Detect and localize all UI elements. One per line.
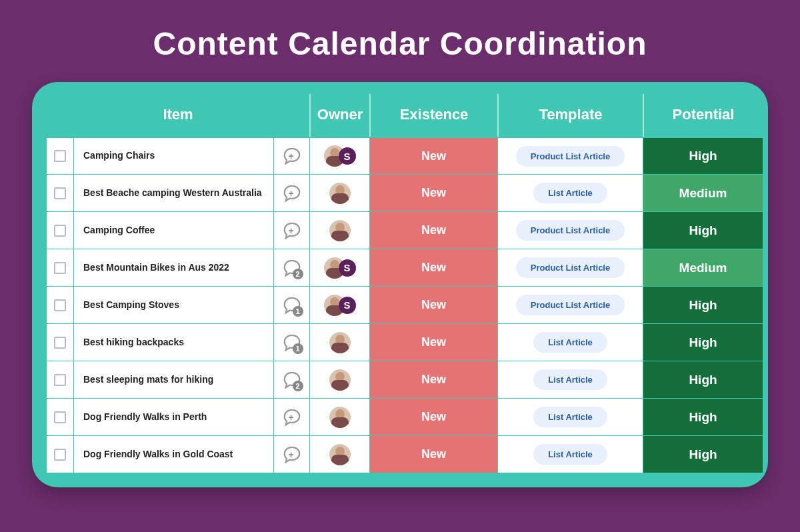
template-pill[interactable]: Product List Article	[516, 220, 625, 241]
item-title[interactable]: Best Beache camping Western Australia	[73, 174, 273, 211]
avatar	[329, 332, 351, 353]
template-pill[interactable]: List Article	[533, 332, 607, 353]
comment-count: 2	[293, 381, 303, 391]
add-comment-icon: +	[289, 412, 294, 423]
row-checkbox[interactable]	[54, 262, 66, 274]
existence-cell[interactable]: New	[369, 211, 497, 249]
column-header-potential: Potential	[643, 94, 763, 137]
comment-icon[interactable]: +	[282, 407, 302, 427]
existence-cell[interactable]: New	[369, 398, 497, 435]
existence-cell[interactable]: New	[369, 323, 497, 361]
comment-icon[interactable]: +	[282, 146, 302, 166]
add-comment-icon: +	[289, 449, 294, 460]
comment-icon[interactable]: 2	[282, 258, 302, 278]
comment-count: 2	[293, 269, 303, 279]
owner-badge: S	[339, 259, 356, 277]
item-title[interactable]: Dog Friendly Walks in Perth	[73, 398, 273, 435]
potential-cell[interactable]: High	[643, 361, 763, 398]
comment-count: 1	[293, 306, 303, 317]
item-title[interactable]: Dog Friendly Walks in Gold Coast	[73, 435, 273, 473]
row-checkbox[interactable]	[54, 225, 66, 237]
page-title: Content Calendar Coordination	[0, 0, 800, 82]
comment-icon[interactable]: 2	[282, 370, 302, 390]
existence-cell[interactable]: New	[369, 435, 497, 473]
template-pill[interactable]: Product List Article	[516, 295, 625, 315]
row-checkbox[interactable]	[54, 150, 66, 162]
template-pill[interactable]: List Article	[533, 369, 607, 390]
template-pill[interactable]: Product List Article	[516, 146, 625, 167]
add-comment-icon: +	[289, 188, 294, 199]
existence-cell[interactable]: New	[369, 174, 497, 211]
template-pill[interactable]: List Article	[533, 444, 607, 465]
item-title[interactable]: Best hiking backpacks	[73, 323, 273, 361]
add-comment-icon: +	[289, 225, 294, 236]
avatar	[329, 444, 351, 465]
owner-cell[interactable]: S	[324, 145, 356, 167]
potential-cell[interactable]: High	[643, 137, 763, 174]
owner-badge: S	[339, 297, 356, 314]
item-title[interactable]: Best Mountain Bikes in Aus 2022	[73, 249, 273, 286]
existence-cell[interactable]: New	[369, 137, 497, 174]
template-pill[interactable]: List Article	[533, 407, 607, 427]
potential-cell[interactable]: Medium	[643, 174, 763, 211]
comment-icon[interactable]: +	[282, 445, 302, 465]
comment-icon[interactable]: +	[282, 221, 302, 241]
template-pill[interactable]: Product List Article	[516, 257, 625, 278]
avatar	[329, 407, 351, 428]
owner-cell[interactable]	[329, 220, 351, 241]
avatar	[329, 369, 351, 391]
column-header-template: Template	[497, 94, 643, 137]
content-table: Item Owner Existence Template Potential …	[47, 94, 753, 473]
item-title[interactable]: Camping Chairs	[73, 137, 273, 174]
row-checkbox[interactable]	[54, 337, 66, 349]
owner-cell[interactable]	[329, 183, 351, 204]
owner-badge: S	[339, 147, 356, 165]
item-title[interactable]: Best sleeping mats for hiking	[73, 361, 273, 398]
existence-cell[interactable]: New	[369, 361, 497, 398]
row-checkbox[interactable]	[54, 411, 66, 423]
comment-count: 1	[293, 343, 303, 354]
owner-cell[interactable]: S	[324, 295, 356, 316]
potential-cell[interactable]: High	[643, 286, 763, 323]
potential-cell[interactable]: Medium	[643, 249, 763, 286]
potential-cell[interactable]: High	[643, 398, 763, 435]
owner-cell[interactable]	[329, 332, 351, 353]
comment-icon[interactable]: 1	[282, 295, 302, 315]
item-title[interactable]: Camping Coffee	[73, 211, 273, 249]
content-calendar-panel: Item Owner Existence Template Potential …	[32, 82, 768, 487]
owner-cell[interactable]: S	[324, 257, 356, 279]
comment-icon[interactable]: +	[282, 183, 302, 203]
row-checkbox[interactable]	[54, 374, 66, 386]
existence-cell[interactable]: New	[369, 249, 497, 286]
add-comment-icon: +	[289, 151, 294, 161]
owner-cell[interactable]	[329, 407, 351, 428]
owner-cell[interactable]	[329, 444, 351, 465]
item-title[interactable]: Best Camping Stoves	[73, 286, 273, 323]
comment-icon[interactable]: 1	[282, 333, 302, 353]
potential-cell[interactable]: High	[643, 435, 763, 473]
row-checkbox[interactable]	[54, 187, 66, 199]
avatar	[329, 183, 351, 204]
potential-cell[interactable]: High	[643, 323, 763, 361]
owner-cell[interactable]	[329, 369, 351, 391]
existence-cell[interactable]: New	[369, 286, 497, 323]
column-header-existence: Existence	[369, 94, 497, 137]
column-header-owner: Owner	[309, 94, 369, 137]
potential-cell[interactable]: High	[643, 211, 763, 249]
avatar	[329, 220, 351, 241]
template-pill[interactable]: List Article	[533, 183, 607, 203]
row-checkbox[interactable]	[54, 299, 66, 311]
column-header-item: Item	[47, 94, 309, 137]
row-checkbox[interactable]	[54, 449, 66, 461]
